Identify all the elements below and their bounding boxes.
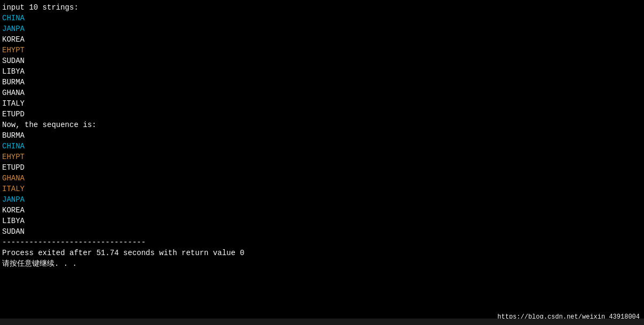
terminal-line-23: -------------------------------- xyxy=(2,237,642,248)
terminal-line-16: GHANA xyxy=(2,173,642,184)
output-lines: input 10 strings:CHINAJANPAKOREAEHYPTSUD… xyxy=(2,2,642,269)
terminal-line-4: EHYPT xyxy=(2,45,642,56)
terminal-line-17: ITALY xyxy=(2,184,642,194)
terminal-line-7: BURMA xyxy=(2,77,642,88)
terminal-line-12: BURMA xyxy=(2,130,642,141)
terminal-line-0: input 10 strings: xyxy=(2,2,642,13)
terminal-line-21: SUDAN xyxy=(2,226,642,237)
terminal-line-10: ETUPD xyxy=(2,109,642,120)
terminal-line-24: Process exited after 51.74 seconds with … xyxy=(2,248,642,258)
terminal-line-5: SUDAN xyxy=(2,56,642,66)
terminal-window: input 10 strings:CHINAJANPAKOREAEHYPTSUD… xyxy=(0,0,644,325)
terminal-line-15: ETUPD xyxy=(2,162,642,173)
terminal-line-25: 请按任意键继续. . . xyxy=(2,258,642,269)
terminal-line-8: GHANA xyxy=(2,88,642,98)
terminal-line-9: ITALY xyxy=(2,98,642,109)
scrollbar[interactable] xyxy=(0,319,644,325)
terminal-line-18: JANPA xyxy=(2,194,642,205)
terminal-line-3: KOREA xyxy=(2,34,642,45)
terminal-line-20: LIBYA xyxy=(2,216,642,226)
terminal-line-2: JANPA xyxy=(2,23,642,34)
terminal-line-19: KOREA xyxy=(2,205,642,216)
terminal-line-14: EHYPT xyxy=(2,152,642,162)
terminal-line-6: LIBYA xyxy=(2,66,642,77)
terminal-line-1: CHINA xyxy=(2,13,642,23)
terminal-line-11: Now, the sequence is: xyxy=(2,120,642,130)
terminal-line-13: CHINA xyxy=(2,141,642,152)
